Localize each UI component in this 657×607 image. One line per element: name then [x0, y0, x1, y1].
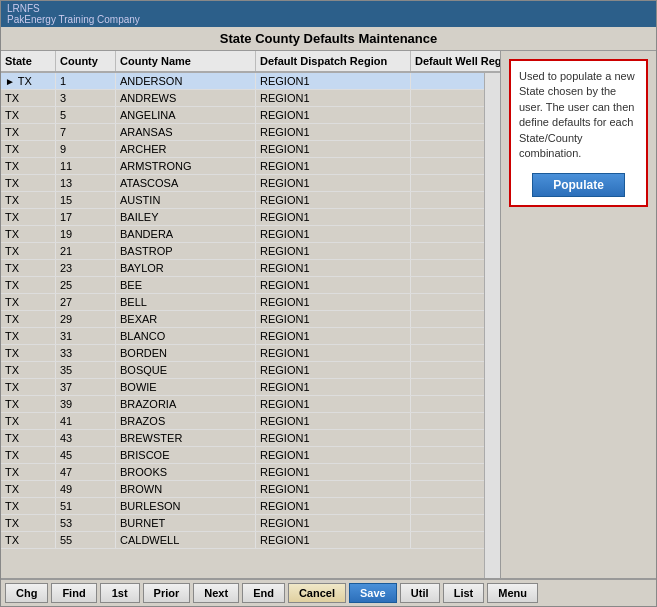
find-button[interactable]: Find — [51, 583, 96, 603]
table-row[interactable]: TX51BURLESONREGION1 — [1, 498, 484, 515]
county-cell: 43 — [56, 430, 116, 446]
state-cell: TX — [1, 379, 56, 395]
county-name-cell: BRAZORIA — [116, 396, 256, 412]
table-row[interactable]: TX11ARMSTRONGREGION1 — [1, 158, 484, 175]
well-region-cell — [411, 481, 484, 497]
table-row[interactable]: TX23BAYLORREGION1 — [1, 260, 484, 277]
state-cell: TX — [1, 158, 56, 174]
well-region-cell — [411, 328, 484, 344]
chg-button[interactable]: Chg — [5, 583, 48, 603]
table-row[interactable]: TX13ATASCOSAREGION1 — [1, 175, 484, 192]
well-region-cell — [411, 260, 484, 276]
well-region-cell — [411, 413, 484, 429]
dispatch-region-cell: REGION1 — [256, 362, 411, 378]
table-row[interactable]: TX53BURNETREGION1 — [1, 515, 484, 532]
county-name-cell: BASTROP — [116, 243, 256, 259]
list-button[interactable]: List — [443, 583, 485, 603]
dispatch-region-cell: REGION1 — [256, 532, 411, 548]
table-row[interactable]: TX3ANDREWSREGION1 — [1, 90, 484, 107]
county-name-cell: ARMSTRONG — [116, 158, 256, 174]
well-region-cell — [411, 243, 484, 259]
county-cell: 21 — [56, 243, 116, 259]
table-row[interactable]: TX29BEXARREGION1 — [1, 311, 484, 328]
col-header-county-name: County Name — [116, 51, 256, 71]
well-region-cell — [411, 141, 484, 157]
dispatch-region-cell: REGION1 — [256, 243, 411, 259]
county-cell: 29 — [56, 311, 116, 327]
well-region-cell — [411, 498, 484, 514]
table-row[interactable]: TX35BOSQUEREGION1 — [1, 362, 484, 379]
state-cell: TX — [1, 175, 56, 191]
table-row[interactable]: TX39BRAZORIAREGION1 — [1, 396, 484, 413]
table-row[interactable]: TX21BASTROPREGION1 — [1, 243, 484, 260]
state-cell: TX — [1, 107, 56, 123]
state-cell: TX — [1, 260, 56, 276]
well-region-cell — [411, 532, 484, 548]
state-cell: TX — [1, 396, 56, 412]
county-name-cell: BRAZOS — [116, 413, 256, 429]
cancel-button[interactable]: Cancel — [288, 583, 346, 603]
county-cell: 49 — [56, 481, 116, 497]
dispatch-region-cell: REGION1 — [256, 277, 411, 293]
county-name-cell: BLANCO — [116, 328, 256, 344]
populate-button[interactable]: Populate — [532, 173, 625, 197]
table-row[interactable]: TX25BEEREGION1 — [1, 277, 484, 294]
util-button[interactable]: Util — [400, 583, 440, 603]
table-row[interactable]: TX27BELLREGION1 — [1, 294, 484, 311]
state-cell: TX — [1, 124, 56, 140]
table-row[interactable]: TX33BORDENREGION1 — [1, 345, 484, 362]
state-cell: TX — [1, 362, 56, 378]
table-row[interactable]: TX43BREWSTERREGION1 — [1, 430, 484, 447]
dispatch-region-cell: REGION1 — [256, 192, 411, 208]
dispatch-region-cell: REGION1 — [256, 90, 411, 106]
county-cell: 27 — [56, 294, 116, 310]
col-header-county: County — [56, 51, 116, 71]
state-cell: TX — [1, 226, 56, 242]
table-row[interactable]: TX5ANGELINAREGION1 — [1, 107, 484, 124]
prior-button[interactable]: Prior — [143, 583, 191, 603]
table-row[interactable]: TX17BAILEYREGION1 — [1, 209, 484, 226]
info-box: Used to populate a new State chosen by t… — [509, 59, 648, 207]
state-cell: TX — [1, 209, 56, 225]
county-name-cell: BANDERA — [116, 226, 256, 242]
state-cell: TX — [1, 192, 56, 208]
table-row[interactable]: TX9ARCHERREGION1 — [1, 141, 484, 158]
county-name-cell: BRISCOE — [116, 447, 256, 463]
table-wrapper: ► TX1ANDERSONREGION1TX3ANDREWSREGION1TX5… — [1, 73, 500, 578]
well-region-cell — [411, 73, 484, 89]
table-row[interactable]: TX37BOWIEREGION1 — [1, 379, 484, 396]
col-header-well: Default Well Region — [411, 51, 501, 71]
state-cell: TX — [1, 430, 56, 446]
county-name-cell: CALDWELL — [116, 532, 256, 548]
state-cell: TX — [1, 515, 56, 531]
menu-button[interactable]: Menu — [487, 583, 538, 603]
table-header: State County County Name Default Dispatc… — [1, 51, 500, 73]
table-row[interactable]: TX19BANDERAREGION1 — [1, 226, 484, 243]
well-region-cell — [411, 311, 484, 327]
save-button[interactable]: Save — [349, 583, 397, 603]
dispatch-region-cell: REGION1 — [256, 226, 411, 242]
table-row[interactable]: TX55CALDWELLREGION1 — [1, 532, 484, 549]
row-arrow: ► — [5, 76, 15, 87]
table-body[interactable]: ► TX1ANDERSONREGION1TX3ANDREWSREGION1TX5… — [1, 73, 484, 578]
first-button[interactable]: 1st — [100, 583, 140, 603]
well-region-cell — [411, 447, 484, 463]
next-button[interactable]: Next — [193, 583, 239, 603]
table-row[interactable]: ► TX1ANDERSONREGION1 — [1, 73, 484, 90]
table-row[interactable]: TX15AUSTINREGION1 — [1, 192, 484, 209]
county-cell: 47 — [56, 464, 116, 480]
table-row[interactable]: TX45BRISCOEREGION1 — [1, 447, 484, 464]
end-button[interactable]: End — [242, 583, 285, 603]
table-row[interactable]: TX7ARANSASREGION1 — [1, 124, 484, 141]
table-row[interactable]: TX49BROWNREGION1 — [1, 481, 484, 498]
well-region-cell — [411, 158, 484, 174]
county-name-cell: BROOKS — [116, 464, 256, 480]
state-cell: TX — [1, 90, 56, 106]
table-row[interactable]: TX41BRAZOSREGION1 — [1, 413, 484, 430]
county-name-cell: BURLESON — [116, 498, 256, 514]
side-panel: Used to populate a new State chosen by t… — [501, 51, 656, 578]
scrollbar[interactable] — [484, 73, 500, 578]
table-row[interactable]: TX31BLANCOREGION1 — [1, 328, 484, 345]
dispatch-region-cell: REGION1 — [256, 515, 411, 531]
table-row[interactable]: TX47BROOKSREGION1 — [1, 464, 484, 481]
